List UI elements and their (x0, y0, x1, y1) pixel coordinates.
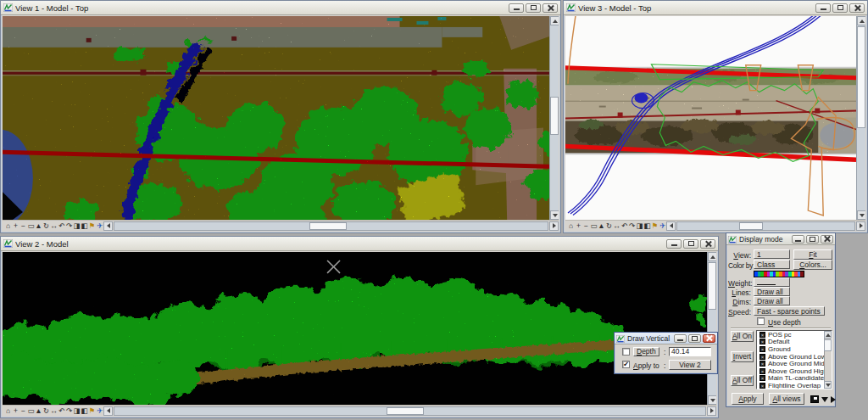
close-button[interactable] (703, 334, 715, 343)
zoom-in-icon[interactable]: + (12, 406, 19, 417)
view2-titlebar[interactable]: View 2 - Model (1, 237, 718, 251)
class-checkbox[interactable]: × (760, 368, 765, 374)
fly-view-icon[interactable]: ✈ (96, 406, 103, 417)
scroll-down-button[interactable] (857, 210, 865, 220)
single-view-icon[interactable] (810, 395, 819, 403)
scroll-right-button[interactable] (549, 221, 559, 231)
close-button[interactable] (700, 239, 715, 249)
scroll-left-button[interactable] (103, 406, 113, 416)
maximize-button[interactable] (806, 235, 819, 244)
fit-view-icon[interactable]: ▲ (35, 221, 42, 232)
close-button[interactable] (849, 3, 865, 13)
view2-vertical-scrollbar[interactable] (707, 252, 716, 405)
zoom-out-icon[interactable]: − (19, 221, 27, 232)
close-button[interactable] (542, 3, 558, 13)
view-display-mode-icon[interactable]: ◧ (81, 221, 88, 232)
window-area-icon[interactable]: ▭ (27, 406, 35, 417)
class-list[interactable]: ×POS pc ×Default ×Ground ×Above Ground L… (756, 330, 832, 389)
class-list-item[interactable]: ×Above Ground High (757, 367, 832, 375)
speed-option[interactable]: Fast - sparse points (754, 306, 825, 316)
update-view-icon[interactable]: ⌂ (4, 406, 12, 417)
minimize-button[interactable] (792, 235, 804, 244)
use-depth-checkbox[interactable] (757, 317, 765, 325)
display-mode-titlebar[interactable]: Display mode (726, 233, 835, 245)
scrollbar-thumb[interactable] (857, 26, 865, 128)
scroll-down-button[interactable] (708, 395, 716, 405)
view3-vertical-scrollbar[interactable] (856, 16, 865, 220)
class-list-item[interactable]: ×Flightline Overlap (757, 382, 832, 389)
apply-button[interactable]: Apply (732, 393, 764, 405)
class-checkbox[interactable]: × (760, 346, 765, 352)
fly-view-icon[interactable]: ✈ (96, 221, 103, 232)
view3-canvas[interactable] (565, 16, 856, 220)
view2-canvas[interactable] (3, 252, 707, 405)
flag-icon[interactable]: ⚑ (651, 221, 659, 232)
scroll-down-button[interactable] (824, 381, 832, 389)
fly-view-icon[interactable]: ✈ (659, 221, 666, 232)
window-area-icon[interactable]: ▭ (27, 221, 35, 232)
scrollbar-thumb[interactable] (824, 339, 832, 351)
fit-view-icon[interactable]: ▲ (598, 221, 605, 232)
view-next-icon[interactable]: ↷ (65, 406, 73, 417)
apply-to-checkbox[interactable]: ✔ (622, 361, 630, 368)
minimize-button[interactable] (674, 334, 687, 343)
view-display-mode-icon[interactable]: ◧ (643, 221, 651, 232)
lines-option[interactable]: Draw all (754, 287, 790, 296)
scroll-right-button[interactable] (707, 406, 716, 416)
maximize-button[interactable] (832, 3, 848, 13)
all-on-button[interactable]: All On (731, 331, 754, 342)
copy-view-icon[interactable]: ◨ (73, 406, 81, 417)
scrollbar-thumb[interactable] (708, 262, 716, 310)
view-next-icon[interactable]: ↷ (65, 221, 73, 232)
class-checkbox[interactable]: × (760, 339, 765, 344)
apply-to-view-button[interactable]: View 2 (669, 360, 711, 370)
scroll-left-button[interactable] (103, 221, 113, 231)
scroll-down-button[interactable] (550, 210, 559, 220)
expand-right-icon[interactable] (831, 396, 836, 403)
class-checkbox[interactable]: × (760, 383, 765, 389)
pan-view-icon[interactable]: ↔ (50, 221, 58, 232)
window-area-icon[interactable]: ▭ (590, 221, 598, 232)
update-view-icon[interactable]: ⌂ (4, 221, 12, 232)
rotate-view-icon[interactable]: ↻ (42, 221, 50, 232)
zoom-out-icon[interactable]: − (19, 406, 27, 417)
minimize-button[interactable] (666, 239, 682, 249)
class-list-scrollbar[interactable] (824, 331, 832, 389)
pan-view-icon[interactable]: ↔ (50, 406, 58, 417)
scrollbar-thumb[interactable] (309, 222, 347, 230)
depth-checkbox[interactable] (622, 348, 630, 356)
flag-icon[interactable]: ⚑ (88, 221, 96, 232)
view-next-icon[interactable]: ↷ (628, 221, 636, 232)
class-list-item[interactable]: ×POS pc (757, 331, 832, 339)
view3-horizontal-scrollbar[interactable] (676, 221, 855, 231)
depth-label[interactable]: Depth (633, 347, 659, 356)
scroll-up-button[interactable] (708, 252, 716, 261)
view2-horizontal-scrollbar[interactable] (114, 406, 706, 416)
view1-titlebar[interactable]: View 1 - Model - Top (1, 1, 560, 15)
zoom-out-icon[interactable]: − (582, 221, 590, 232)
all-views-button[interactable]: All views (769, 393, 804, 405)
class-checkbox[interactable]: × (760, 354, 765, 360)
class-checkbox[interactable]: × (760, 332, 765, 338)
fit-button[interactable]: Fit (793, 249, 832, 260)
view3-titlebar[interactable]: View 3 - Model - Top (564, 1, 867, 15)
class-list-item[interactable]: ×Main TL-candidates (757, 375, 832, 383)
zoom-in-icon[interactable]: + (575, 221, 582, 232)
rotate-view-icon[interactable]: ↻ (605, 221, 613, 232)
all-off-button[interactable]: All Off (731, 375, 754, 386)
weight-option[interactable] (754, 277, 790, 287)
draw-vertical-titlebar[interactable]: Draw Vertical ... (615, 333, 717, 344)
view-number-option[interactable]: 1 (754, 249, 790, 259)
color-by-option[interactable]: Class (754, 260, 790, 269)
close-button[interactable] (821, 235, 833, 244)
copy-view-icon[interactable]: ◨ (636, 221, 643, 232)
scrollbar-thumb[interactable] (550, 97, 559, 135)
flag-icon[interactable]: ⚑ (88, 406, 96, 417)
scroll-up-button[interactable] (824, 331, 832, 339)
depth-value-field[interactable]: 40.14 (669, 347, 711, 356)
view1-vertical-scrollbar[interactable] (549, 16, 559, 220)
fit-view-icon[interactable]: ▲ (35, 406, 42, 417)
update-view-icon[interactable]: ⌂ (567, 221, 575, 232)
scroll-up-button[interactable] (550, 16, 559, 25)
scrollbar-thumb[interactable] (387, 407, 424, 415)
